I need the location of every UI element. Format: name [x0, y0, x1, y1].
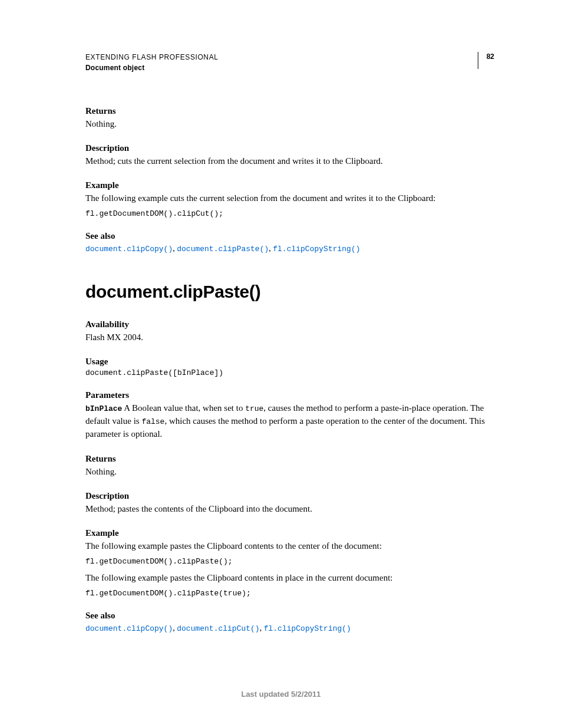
example-code-1: fl.getDocumentDOM().clipPaste();: [85, 557, 494, 566]
link-clipcopy[interactable]: document.clipCopy(): [85, 245, 173, 253]
link-clipcopystring-2[interactable]: fl.clipCopyString(): [264, 624, 351, 633]
example-code-2: fl.getDocumentDOM().clipPaste(true);: [85, 589, 494, 598]
seealso-links-2: document.clipCopy(), document.clipCut(),…: [85, 622, 494, 634]
page-header: EXTENDING FLASH PROFESSIONAL Document ob…: [85, 52, 494, 73]
example-heading: Example: [85, 180, 494, 190]
example-intro-1: The following example pastes the Clipboa…: [85, 540, 494, 552]
page-content: EXTENDING FLASH PROFESSIONAL Document ob…: [0, 0, 562, 683]
example-heading-2: Example: [85, 528, 494, 538]
link-clipcopy-2[interactable]: document.clipCopy(): [85, 624, 173, 633]
param-text-1: A Boolean value that, when set to: [122, 403, 245, 413]
main-heading: document.clipPaste(): [85, 282, 494, 302]
seealso-heading: See also: [85, 231, 494, 241]
param-code-false: false: [141, 417, 164, 426]
seealso-heading-2: See also: [85, 611, 494, 621]
doc-title: EXTENDING FLASH PROFESSIONAL: [85, 52, 219, 62]
description-body-2: Method; pastes the contents of the Clipb…: [85, 503, 494, 515]
returns-heading-2: Returns: [85, 454, 494, 464]
example-intro: The following example cuts the current s…: [85, 192, 494, 205]
footer-updated: Last updated 5/2/2011: [0, 690, 562, 699]
seealso-links: document.clipCopy(), document.clipPaste(…: [85, 243, 494, 255]
description-body: Method; cuts the current selection from …: [85, 155, 494, 167]
parameter-description: bInPlace A Boolean value that, when set …: [85, 402, 494, 440]
param-code-true: true: [245, 404, 263, 413]
param-name: bInPlace: [85, 404, 122, 413]
returns-body: Nothing.: [85, 118, 494, 130]
example-code: fl.getDocumentDOM().clipCut();: [85, 209, 494, 218]
description-heading-2: Description: [85, 491, 494, 501]
link-clipcut[interactable]: document.clipCut(): [177, 624, 259, 633]
link-clippaste[interactable]: document.clipPaste(): [177, 245, 269, 253]
availability-body: Flash MX 2004.: [85, 331, 494, 344]
example-intro-2: The following example pastes the Clipboa…: [85, 572, 494, 584]
usage-heading: Usage: [85, 357, 494, 367]
returns-heading: Returns: [85, 106, 494, 116]
description-heading: Description: [85, 143, 494, 153]
doc-section: Document object: [85, 62, 219, 73]
usage-code: document.clipPaste([bInPlace]): [85, 368, 494, 377]
link-clipcopystring[interactable]: fl.clipCopyString(): [273, 245, 360, 253]
page-number-wrap: 82: [478, 52, 494, 69]
availability-heading: Availability: [85, 319, 494, 330]
parameters-heading: Parameters: [85, 390, 494, 400]
returns-body-2: Nothing.: [85, 466, 494, 478]
header-left: EXTENDING FLASH PROFESSIONAL Document ob…: [85, 52, 219, 73]
page-number: 82: [487, 52, 494, 61]
